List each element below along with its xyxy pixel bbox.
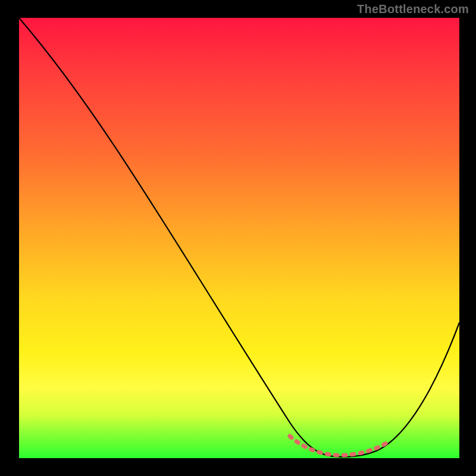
chart-svg [19, 18, 459, 458]
bottleneck-curve [19, 18, 459, 457]
plot-area [19, 18, 459, 458]
watermark-text: TheBottleneck.com [357, 2, 469, 16]
chart-frame: TheBottleneck.com [0, 0, 476, 476]
